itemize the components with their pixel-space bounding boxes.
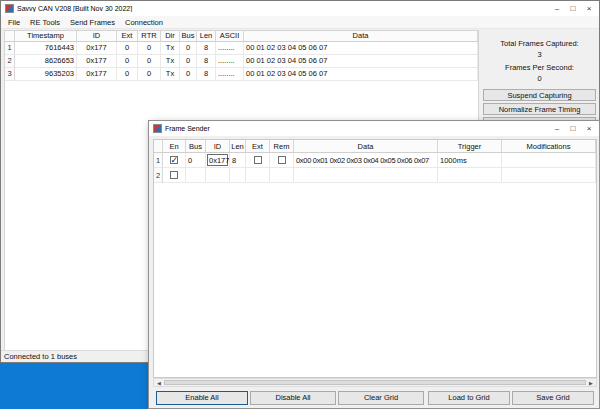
cell-bus[interactable]: 0 (180, 55, 197, 68)
cell-timestamp[interactable]: 8626653 (15, 55, 77, 68)
cell-bus[interactable]: 0 (186, 153, 206, 168)
cell-rtr[interactable]: 0 (138, 68, 161, 81)
cell-id[interactable]: 0x177 (77, 42, 117, 55)
col-header-bus[interactable]: Bus (180, 31, 197, 42)
col-header-modifications[interactable]: Modifications (502, 140, 596, 153)
cell-len[interactable]: 8 (230, 153, 246, 168)
frame-row[interactable]: 2 8626653 0x177 0 0 Tx 0 8 ........ 00 0… (5, 55, 478, 68)
frames-table-header: Timestamp ID Ext RTR Dir Bus Len ASCII D… (5, 31, 478, 42)
cell-data[interactable]: 00 01 02 03 04 05 06 07 (244, 55, 478, 68)
cell-id[interactable] (206, 168, 230, 183)
scroll-right-icon[interactable] (586, 379, 596, 386)
menu-connection[interactable]: Connection (120, 16, 168, 29)
col-header-len[interactable]: Len (230, 140, 246, 153)
col-header-len[interactable]: Len (197, 31, 216, 42)
frame-row[interactable]: 3 9635203 0x177 0 0 Tx 0 8 ........ 00 0… (5, 68, 478, 81)
cell-ascii[interactable]: ........ (216, 68, 244, 81)
id-cell-editor[interactable]: 0x177 (207, 154, 228, 166)
horizontal-scrollbar[interactable] (153, 378, 597, 387)
cell-timestamp[interactable]: 9635203 (15, 68, 77, 81)
col-header-data[interactable]: Data (244, 31, 478, 42)
suspend-capturing-button[interactable]: Suspend Capturing (483, 89, 596, 101)
menu-re-tools[interactable]: RE Tools (25, 16, 65, 29)
col-header-data[interactable]: Data (294, 140, 438, 153)
cell-bus[interactable]: 0 (180, 68, 197, 81)
col-header-dir[interactable]: Dir (161, 31, 180, 42)
cell-ext[interactable]: 0 (117, 55, 138, 68)
cell-en[interactable] (163, 153, 186, 168)
main-titlebar[interactable]: Savvy CAN V208 [Built Nov 30 2022] – □ × (1, 1, 599, 16)
menu-file[interactable]: File (3, 16, 25, 29)
cell-data[interactable] (294, 168, 438, 183)
frame-row[interactable]: 1 7616443 0x177 0 0 Tx 0 8 ........ 00 0… (5, 42, 478, 55)
cell-trigger[interactable]: 1000ms (438, 153, 502, 168)
col-header-id[interactable]: ID (77, 31, 117, 42)
cell-dir[interactable]: Tx (161, 55, 180, 68)
cell-data[interactable]: 0x00 0x01 0x02 0x03 0x04 0x05 0x06 0x07 (294, 153, 438, 168)
col-header-ext[interactable]: Ext (246, 140, 270, 153)
cell-rtr[interactable]: 0 (138, 42, 161, 55)
save-grid-button[interactable]: Save Grid (512, 391, 594, 405)
col-header-en[interactable]: En (163, 140, 186, 153)
enable-all-button[interactable]: Enable All (156, 391, 248, 405)
col-header-bus[interactable]: Bus (186, 140, 206, 153)
cell-len[interactable]: 8 (197, 68, 216, 81)
cell-dir[interactable]: Tx (161, 68, 180, 81)
disable-all-button[interactable]: Disable All (250, 391, 336, 405)
close-icon[interactable]: × (581, 122, 597, 135)
col-header-rem[interactable]: Rem (270, 140, 294, 153)
col-header-ascii[interactable]: ASCII (216, 31, 244, 42)
frame-sender-titlebar[interactable]: Frame Sender – □ × (149, 121, 599, 136)
cell-ascii[interactable]: ........ (216, 55, 244, 68)
normalize-frame-timing-button[interactable]: Normalize Frame Timing (483, 103, 596, 115)
cell-ext[interactable]: 0 (117, 42, 138, 55)
ext-checkbox[interactable] (254, 156, 262, 164)
col-header-rtr[interactable]: RTR (138, 31, 161, 42)
maximize-icon[interactable]: □ (565, 122, 581, 135)
cell-ext[interactable] (246, 168, 270, 183)
sender-row[interactable]: 2 (154, 168, 596, 183)
maximize-icon[interactable]: □ (565, 2, 581, 15)
sender-table: En Bus ID Len Ext Rem Data Trigger Modif… (153, 139, 597, 378)
cell-modifications[interactable] (502, 153, 596, 168)
cell-len[interactable] (230, 168, 246, 183)
scrollbar-thumb[interactable] (164, 380, 586, 385)
col-header-trigger[interactable]: Trigger (438, 140, 502, 153)
cell-dir[interactable]: Tx (161, 42, 180, 55)
cell-rem[interactable] (270, 168, 294, 183)
cell-modifications[interactable] (502, 168, 596, 183)
cell-ext[interactable] (246, 153, 270, 168)
cell-ext[interactable]: 0 (117, 68, 138, 81)
cell-rtr[interactable]: 0 (138, 55, 161, 68)
cell-id[interactable]: 0x177 (206, 153, 230, 168)
cell-data[interactable]: 00 01 02 03 04 05 06 07 (244, 68, 478, 81)
frame-sender-icon[interactable] (153, 124, 162, 133)
cell-bus[interactable]: 0 (180, 42, 197, 55)
cell-trigger[interactable] (438, 168, 502, 183)
sender-row[interactable]: 1 0 0x177 8 0x00 0x01 0x02 0x03 0x04 0x0… (154, 153, 596, 168)
cell-timestamp[interactable]: 7616443 (15, 42, 77, 55)
clear-grid-button[interactable]: Clear Grid (338, 391, 424, 405)
cell-len[interactable]: 8 (197, 42, 216, 55)
cell-id[interactable]: 0x177 (77, 68, 117, 81)
col-header-ext[interactable]: Ext (117, 31, 138, 42)
col-header-timestamp[interactable]: Timestamp (15, 31, 77, 42)
menu-send-frames[interactable]: Send Frames (65, 16, 120, 29)
cell-ascii[interactable]: ........ (216, 42, 244, 55)
en-checkbox[interactable] (170, 156, 178, 164)
en-checkbox[interactable] (170, 171, 178, 179)
close-icon[interactable]: × (581, 2, 597, 15)
rem-checkbox[interactable] (278, 156, 286, 164)
cell-id[interactable]: 0x177 (77, 55, 117, 68)
cell-bus[interactable] (186, 168, 206, 183)
minimize-icon[interactable]: – (549, 122, 565, 135)
cell-len[interactable]: 8 (197, 55, 216, 68)
col-header-id[interactable]: ID (206, 140, 230, 153)
cell-en[interactable] (163, 168, 186, 183)
scroll-left-icon[interactable] (154, 379, 164, 386)
load-to-grid-button[interactable]: Load to Grid (428, 391, 510, 405)
cell-rem[interactable] (270, 153, 294, 168)
minimize-icon[interactable]: – (549, 2, 565, 15)
cell-data[interactable]: 00 01 02 03 04 05 06 07 (244, 42, 478, 55)
app-icon[interactable] (5, 4, 14, 13)
